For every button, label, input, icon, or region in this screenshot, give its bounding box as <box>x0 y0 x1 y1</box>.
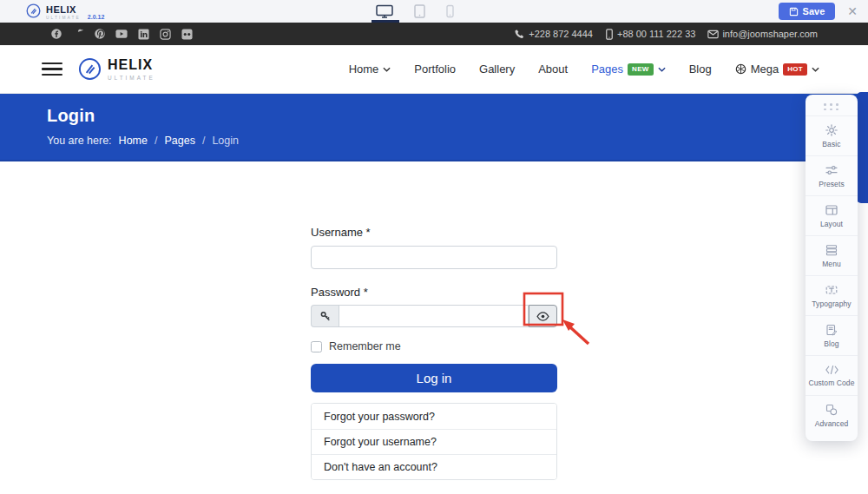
remember-me-label: Remember me <box>329 340 401 352</box>
panel-item-label: Basic <box>822 140 840 148</box>
mobile-icon <box>445 3 455 19</box>
linkedin-icon[interactable] <box>137 28 149 40</box>
mobile-number: +88 00 111 222 33 <box>617 29 695 39</box>
facebook-icon[interactable] <box>50 28 62 40</box>
site-brand-subtitle: ULTIMATE <box>108 75 155 81</box>
chevron-down-icon <box>658 67 666 72</box>
menu-item-mega[interactable]: Mega HOT <box>735 63 819 76</box>
password-input[interactable] <box>339 305 529 327</box>
create-account-link[interactable]: Don't have an account? <box>312 454 556 479</box>
helix-logo-icon <box>26 3 41 18</box>
remember-me-checkbox[interactable] <box>311 341 322 352</box>
login-form: Username * Password * Remember me Log in… <box>311 161 557 480</box>
panel-item-label: Menu <box>822 260 841 268</box>
breadcrumb: You are here: Home / Pages / Login <box>47 135 868 147</box>
forgot-password-link[interactable]: Forgot your password? <box>312 404 556 429</box>
menu-label: Mega <box>751 63 779 76</box>
helix-brand: HELIX ULTIMATE 2.0.12 <box>26 2 104 21</box>
menu-item-blog[interactable]: Blog <box>689 63 712 76</box>
menu-item-portfolio[interactable]: Portfolio <box>414 63 456 76</box>
login-button[interactable]: Log in <box>311 364 557 392</box>
panel-item-typography[interactable]: Typography <box>806 275 858 315</box>
menu-label: Home <box>349 63 379 76</box>
mobile-contact[interactable]: +88 00 111 222 33 <box>605 29 695 40</box>
save-icon <box>789 7 799 16</box>
password-label: Password * <box>311 286 557 299</box>
close-icon[interactable]: ✕ <box>847 5 858 17</box>
main-menu: Home Portfolio Gallery About Pages NEW B… <box>349 63 819 76</box>
youtube-icon[interactable] <box>115 28 128 40</box>
version-label: 2.0.12 <box>88 14 104 21</box>
panel-item-label: Blog <box>824 339 838 348</box>
desktop-preview-button[interactable] <box>375 0 394 23</box>
menu-item-home[interactable]: Home <box>349 63 391 76</box>
customizer-topbar: HELIX ULTIMATE 2.0.12 <box>0 0 868 23</box>
new-badge: NEW <box>628 63 654 76</box>
menu-list-icon <box>825 243 838 257</box>
site-logo-icon <box>78 57 102 81</box>
mobile-phone-icon <box>605 29 614 40</box>
email-contact[interactable]: info@joomshaper.com <box>707 29 818 39</box>
tablet-icon <box>413 3 426 19</box>
panel-item-presets[interactable]: Presets <box>806 155 858 195</box>
chevron-down-icon <box>383 67 391 72</box>
device-preview-switcher <box>375 0 455 23</box>
menu-item-gallery[interactable]: Gallery <box>479 63 515 76</box>
brand-subtitle: ULTIMATE <box>46 16 81 21</box>
panel-dock-strip <box>857 92 868 203</box>
phone-contact[interactable]: +228 872 4444 <box>515 29 593 39</box>
panel-item-label: Typography <box>812 300 851 308</box>
panel-item-basic[interactable]: Basic <box>806 115 858 155</box>
save-button[interactable]: Save <box>779 3 836 20</box>
helix-customizer-screen: HELIX ULTIMATE 2.0.12 <box>0 0 868 494</box>
menu-label: Pages <box>591 63 623 76</box>
menu-label: Blog <box>689 63 712 76</box>
panel-item-layout[interactable]: Layout <box>806 195 858 235</box>
mobile-preview-button[interactable] <box>445 0 455 23</box>
panel-item-label: Layout <box>820 220 843 228</box>
username-input[interactable] <box>311 246 557 269</box>
panel-drag-handle[interactable] <box>824 103 839 110</box>
chevron-down-icon <box>812 67 819 72</box>
panel-item-label: Custom Code <box>808 379 854 387</box>
desktop-icon <box>375 3 394 19</box>
remember-me-row: Remember me <box>311 340 557 352</box>
flickr-icon[interactable] <box>181 28 193 40</box>
site-brand-name: HELIX <box>108 57 153 72</box>
social-links <box>50 28 193 40</box>
breadcrumb-separator: / <box>155 135 157 147</box>
panel-item-blog[interactable]: Blog <box>806 315 858 355</box>
key-icon <box>319 310 332 322</box>
menu-item-about[interactable]: About <box>538 63 568 76</box>
forgot-username-link[interactable]: Forgot your username? <box>312 429 556 454</box>
custom-code-icon <box>825 364 839 376</box>
panel-item-menu[interactable]: Menu <box>806 235 858 275</box>
panel-item-advanced[interactable]: Advanced <box>806 395 858 435</box>
menu-item-pages[interactable]: Pages NEW <box>591 63 665 76</box>
breadcrumb-home[interactable]: Home <box>119 135 148 147</box>
breadcrumb-pages[interactable]: Pages <box>164 135 194 147</box>
menu-label: Portfolio <box>414 63 456 76</box>
breadcrumb-separator: / <box>202 135 205 147</box>
panel-item-label: Presets <box>819 180 845 188</box>
username-label: Username * <box>311 226 557 239</box>
tablet-preview-button[interactable] <box>413 0 426 23</box>
password-group <box>311 305 557 327</box>
offcanvas-menu-icon[interactable] <box>42 63 62 76</box>
panel-item-label: Advanced <box>815 419 849 428</box>
twitter-icon[interactable] <box>72 28 84 40</box>
sliders-icon <box>825 163 838 177</box>
breadcrumb-login: Login <box>212 135 239 147</box>
main-content: Username * Password * Remember me Log in… <box>0 161 868 494</box>
eye-icon <box>536 312 549 321</box>
account-links: Forgot your password? Forgot your userna… <box>311 403 557 480</box>
pinterest-icon[interactable] <box>94 28 106 40</box>
instagram-icon[interactable] <box>159 28 171 40</box>
menu-label: Gallery <box>479 63 515 76</box>
panel-item-custom-code[interactable]: Custom Code <box>806 355 858 395</box>
template-options-panel: Basic Presets Layout Menu Typography Blo… <box>806 95 858 441</box>
breadcrumb-prefix: You are here: <box>47 135 112 147</box>
site-logo[interactable]: HELIX ULTIMATE <box>78 57 155 81</box>
show-password-button[interactable] <box>529 305 557 327</box>
contact-info: +228 872 4444 +88 00 111 222 33 info@joo… <box>515 29 818 40</box>
